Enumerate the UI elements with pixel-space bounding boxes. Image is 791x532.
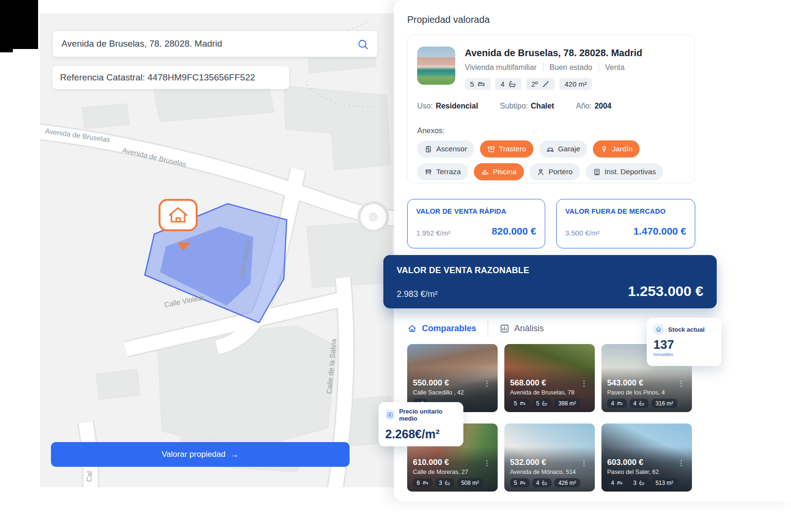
anexo-piscina-chip[interactable]: Piscina <box>474 163 524 180</box>
bath-icon <box>639 400 645 406</box>
comparable-card[interactable]: 568.000 € ⋮ Avenida de Bruselas, 78 5 5 … <box>504 344 595 412</box>
kebab-menu-icon[interactable]: ⋮ <box>676 379 686 388</box>
anio-detail: Año:2004 <box>576 102 611 110</box>
property-address: Avenida de Bruselas, 78. 28028. Madrid <box>465 48 689 59</box>
kebab-menu-icon[interactable]: ⋮ <box>579 379 589 388</box>
bath-icon <box>541 400 548 406</box>
quick-sale-total: 820.000 € <box>492 226 536 237</box>
bar-chart-icon <box>500 324 510 334</box>
anexo-deportivas-chip[interactable]: Inst. Deportivas <box>586 163 663 180</box>
anexo-terraza-chip[interactable]: Terraza <box>417 163 468 180</box>
price-tag-icon <box>385 410 395 420</box>
card-baths-chip: 5 <box>532 399 552 408</box>
baths-chip: 4 <box>495 78 521 90</box>
above-market-value-box: VALOR FUERA DE MERCADO 3.500 €/m² 1.470.… <box>556 199 695 248</box>
bed-icon <box>617 400 623 406</box>
precio-value: 2.268€/m² <box>385 427 457 441</box>
bed-icon <box>422 480 429 486</box>
valorar-propiedad-button[interactable]: Valorar propiedad → <box>51 442 350 467</box>
bed-icon <box>477 80 485 88</box>
above-market-unit-price: 3.500 €/m² <box>565 229 600 237</box>
card-baths-chip: 4 <box>630 399 649 408</box>
property-operation: Venta <box>605 63 625 72</box>
card-address: Paseo de los Pinos, 4 <box>607 389 686 396</box>
banner-total: 1.253.000 € <box>628 283 703 299</box>
card-price: 532.000 € <box>510 458 546 467</box>
card-beds-chip: 5 <box>510 478 530 487</box>
card-address: Paseo del Saler, 62 <box>607 469 686 475</box>
anexo-jardin-chip[interactable]: Jardín <box>593 140 640 158</box>
property-photo <box>417 47 455 85</box>
floor-value: 2º <box>531 80 538 88</box>
kebab-menu-icon[interactable]: ⋮ <box>482 458 492 467</box>
tab-divider <box>488 319 488 337</box>
bed-icon <box>520 400 526 406</box>
valorar-label: Valorar propiedad <box>162 450 226 459</box>
beds-count: 5 <box>470 80 474 88</box>
card-address: Calle Sacedillo , 42 <box>413 389 492 396</box>
bath-icon <box>508 80 516 88</box>
card-price: 610.000 € <box>413 458 449 467</box>
precio-unitario-card: Precio unitario medio 2.268€/m² <box>379 402 463 446</box>
app-window: Avenida de Bruselas Avenida de Bruselas … <box>0 0 791 532</box>
comparable-card[interactable]: 532.000 € ⋮ Avenida de Mónaco, 514 5 4 4… <box>504 424 595 492</box>
quick-sale-title: VALOR DE VENTA RÁPIDA <box>416 207 536 215</box>
search-input[interactable] <box>61 39 356 49</box>
reasonable-value-banner: VALOR DE VENTA RAZONABLE 2.983 €/m² 1.25… <box>383 255 717 308</box>
card-baths-chip: 3 <box>630 478 649 487</box>
comparable-card[interactable]: 603.000 € ⋮ Paseo del Saler, 62 4 3 513 … <box>601 424 692 492</box>
tab-comparables[interactable]: Comparables <box>407 324 476 334</box>
anexo-ascensor-chip[interactable]: Ascensor <box>417 140 474 158</box>
card-price: 603.000 € <box>607 458 643 467</box>
above-market-total: 1.470.000 € <box>633 226 686 237</box>
tab-analisis[interactable]: Análisis <box>500 324 544 334</box>
search-icon[interactable] <box>356 38 369 50</box>
arrow-right-icon: → <box>230 450 239 460</box>
bath-icon <box>444 480 451 486</box>
divider <box>543 63 543 72</box>
card-beds-chip: 4 <box>607 478 627 487</box>
card-beds-chip: 4 <box>607 399 627 408</box>
car-icon <box>546 145 554 153</box>
panel-title: Propiedad valorada <box>407 14 490 25</box>
building-icon <box>593 168 601 176</box>
kebab-menu-icon[interactable]: ⋮ <box>579 458 589 467</box>
floor-chip: 2º <box>526 78 555 90</box>
stock-unit: Inmuebles <box>653 352 715 357</box>
quick-sale-value-box: VALOR DE VENTA RÁPIDA 1.952 €/m² 820.000… <box>407 199 545 248</box>
kebab-menu-icon[interactable]: ⋮ <box>676 458 686 467</box>
street-label: Cal <box>85 471 93 482</box>
banner-title: VALOR DE VENTA RAZONABLE <box>397 266 703 276</box>
above-market-title: VALOR FUERA DE MERCADO <box>565 207 686 215</box>
bath-icon <box>639 480 645 486</box>
card-area-chip: 316 m² <box>651 399 677 408</box>
stock-title: Stock actual <box>668 326 705 333</box>
elevator-icon <box>424 145 432 153</box>
home-icon <box>653 324 664 335</box>
cadastral-reference: Referencia Catastral: 4478HM9FC135656FF5… <box>52 66 289 89</box>
anexo-garaje-chip[interactable]: Garaje <box>539 140 588 158</box>
card-beds-chip: 5 <box>510 399 530 408</box>
card-area-chip: 398 m² <box>554 399 580 408</box>
card-baths-chip: 4 <box>532 478 552 487</box>
tree-icon <box>600 145 608 153</box>
subtipo-detail: Subtipo:Chalet <box>500 102 554 110</box>
quick-sale-unit-price: 1.952 €/m² <box>416 229 451 237</box>
card-beds-chip: 6 <box>413 478 432 487</box>
card-address: Avenida de Bruselas, 78 <box>510 389 589 396</box>
anexo-trastero-chip[interactable]: Trastero <box>480 140 533 158</box>
uso-detail: Uso:Residencial <box>417 102 478 110</box>
card-area-chip: 508 m² <box>457 478 482 487</box>
anexos-label: Anexos: <box>417 127 445 135</box>
banner-unit-price: 2.983 €/m² <box>397 289 438 299</box>
baths-count: 4 <box>501 80 504 88</box>
card-baths-chip: 3 <box>435 478 455 487</box>
address-search-bar[interactable] <box>52 30 378 57</box>
card-address: Calle de Moreras, 27 <box>413 469 492 475</box>
bath-icon <box>541 480 548 486</box>
anexo-portero-chip[interactable]: Portero <box>530 163 580 180</box>
home-icon <box>407 324 417 334</box>
stock-count: 137 <box>653 338 715 351</box>
kebab-menu-icon[interactable]: ⋮ <box>482 379 492 388</box>
area-value: 420 m² <box>565 80 587 88</box>
